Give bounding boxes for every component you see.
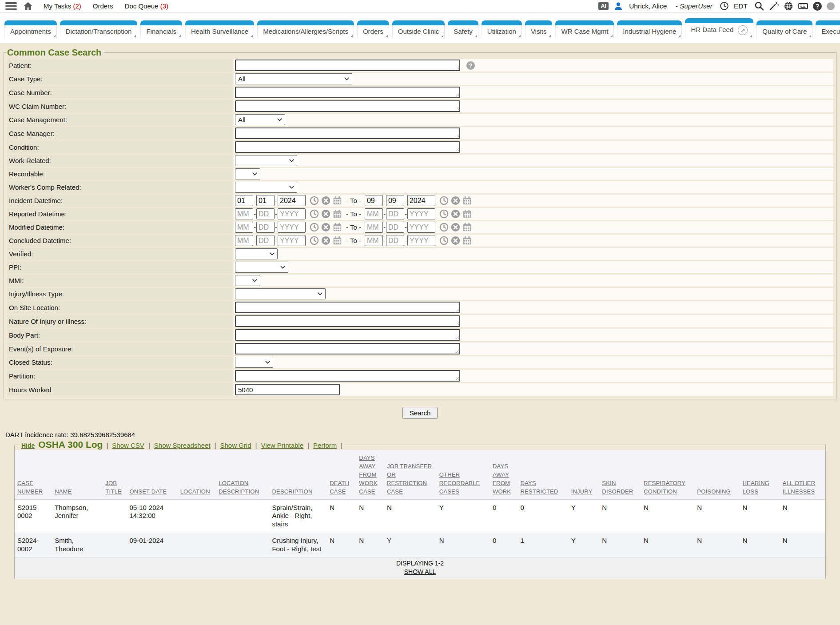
clock-icon[interactable] <box>439 209 449 219</box>
sort-link-skin-disorder[interactable]: SKIN DISORDER <box>602 480 633 495</box>
clock-icon[interactable] <box>310 223 319 232</box>
tab-safety[interactable]: Safety <box>448 20 478 38</box>
calendar-icon[interactable] <box>462 236 472 245</box>
calendar-icon[interactable] <box>333 223 342 232</box>
sort-link-days-away-from-work[interactable]: DAYS AWAY FROM WORK <box>493 463 511 495</box>
date-yyyy-concluded-datetime-from[interactable] <box>278 235 306 246</box>
field-select-work-related[interactable] <box>235 155 297 166</box>
tab-utilization[interactable]: Utilization <box>482 20 522 38</box>
field-help-icon[interactable]: ? <box>466 61 475 70</box>
date-dd-concluded-datetime-to[interactable] <box>386 235 404 246</box>
date-dd-reported-datetime-from[interactable] <box>256 208 275 219</box>
hamburger-menu-icon[interactable] <box>5 2 17 10</box>
hide-link[interactable]: Hide <box>21 442 35 449</box>
tab-financials[interactable]: Financials <box>140 20 182 38</box>
tab-visits[interactable]: Visits <box>525 20 553 38</box>
keyboard-icon[interactable] <box>798 1 808 11</box>
date-yyyy-reported-datetime-from[interactable] <box>278 208 306 219</box>
tab-appointments[interactable]: Appointments <box>4 20 57 38</box>
sort-link-all-other-illnesses[interactable]: ALL OTHER ILLNESSES <box>783 480 816 495</box>
link-perform[interactable]: Perform <box>313 442 337 449</box>
search-button[interactable]: Search <box>402 407 438 419</box>
clear-icon[interactable] <box>451 223 460 232</box>
sort-link-case-number[interactable]: CASE NUMBER <box>17 480 43 495</box>
tab-executive[interactable]: Executive <box>816 20 840 38</box>
calendar-icon[interactable] <box>333 196 342 205</box>
tab-hr-data-feed[interactable]: HR Data Feed↗ <box>685 18 753 38</box>
clear-icon[interactable] <box>321 236 330 245</box>
field-input-patient[interactable] <box>235 60 460 71</box>
clear-icon[interactable] <box>451 236 460 245</box>
clock-icon[interactable] <box>310 196 319 205</box>
tab-wr-case-mgmt[interactable]: WR Case Mgmt <box>555 20 614 38</box>
tab-medications-allergies-scripts[interactable]: Medications/Allergies/Scripts <box>257 20 354 38</box>
clear-icon[interactable] <box>321 223 330 232</box>
clock-icon[interactable] <box>439 236 449 245</box>
date-mm-incident-datetime-from[interactable] <box>235 195 253 206</box>
tab-quality-of-care[interactable]: Quality of Care <box>756 20 812 38</box>
link-show-csv[interactable]: Show CSV <box>112 442 144 449</box>
date-mm-concluded-datetime-to[interactable] <box>365 235 383 246</box>
sort-link-death-case[interactable]: DEATH CASE <box>330 480 349 495</box>
date-mm-incident-datetime-to[interactable] <box>365 195 383 206</box>
date-mm-modified-datetime-from[interactable] <box>235 222 253 233</box>
tab-orders[interactable]: Orders <box>357 20 389 38</box>
sort-link-other-recordable-cases[interactable]: OTHER RECORDABLE CASES <box>439 471 480 495</box>
search-icon[interactable] <box>754 1 764 11</box>
date-dd-incident-datetime-to[interactable] <box>386 195 404 206</box>
field-select-recordable[interactable] <box>235 168 260 179</box>
nav-item-orders[interactable]: Orders <box>93 2 113 10</box>
date-yyyy-concluded-datetime-to[interactable] <box>407 235 435 246</box>
calendar-icon[interactable] <box>462 223 472 232</box>
nav-item-doc-queue[interactable]: Doc Queue (3) <box>125 2 168 10</box>
sort-link-injury[interactable]: INJURY <box>571 488 593 495</box>
field-input-hours-worked[interactable] <box>235 384 340 395</box>
field-input-nature-of-injury-or-illness[interactable] <box>235 315 460 327</box>
table-row[interactable]: S2015-0002Thompson, Jennifer05-10-2024 1… <box>15 499 825 533</box>
field-select-mmi[interactable] <box>235 275 260 286</box>
tab-health-surveillance[interactable]: Health Surveillance <box>185 20 254 38</box>
sort-link-respiratory-condition[interactable]: RESPIRATORY CONDITION <box>644 480 685 495</box>
clear-icon[interactable] <box>451 209 460 219</box>
field-select-case-management[interactable]: All <box>235 114 285 125</box>
tab-dictation-transcription[interactable]: Dictation/Transcription <box>60 20 138 38</box>
clock-icon[interactable] <box>439 223 449 232</box>
field-select-case-type[interactable]: All <box>235 73 352 84</box>
field-select-injury-illness-type[interactable] <box>235 288 326 299</box>
sort-link-days-restricted[interactable]: DAYS RESTRICTED <box>520 480 558 495</box>
user-name[interactable]: Uhrick, Alice <box>629 2 667 10</box>
clear-icon[interactable] <box>321 196 330 205</box>
date-mm-modified-datetime-to[interactable] <box>365 222 383 233</box>
clear-icon[interactable] <box>321 209 330 219</box>
clear-icon[interactable] <box>451 196 460 205</box>
calendar-icon[interactable] <box>333 236 342 245</box>
date-dd-incident-datetime-from[interactable] <box>256 195 275 206</box>
calendar-icon[interactable] <box>462 209 472 219</box>
field-input-case-manager[interactable] <box>235 127 460 139</box>
field-input-on-site-location[interactable] <box>235 302 460 313</box>
link-view-printable[interactable]: View Printable <box>261 442 303 449</box>
date-dd-modified-datetime-from[interactable] <box>256 222 275 233</box>
date-yyyy-modified-datetime-from[interactable] <box>278 222 306 233</box>
calendar-icon[interactable] <box>462 196 472 205</box>
sort-link-hearing-loss[interactable]: HEARING LOSS <box>743 480 770 495</box>
nav-item-my-tasks[interactable]: My Tasks (2) <box>44 2 81 10</box>
date-mm-reported-datetime-to[interactable] <box>365 208 383 219</box>
field-select-verified[interactable] <box>235 248 278 259</box>
help-icon[interactable]: ? <box>813 2 822 11</box>
date-mm-concluded-datetime-from[interactable] <box>235 235 253 246</box>
field-select-closed-status[interactable] <box>235 357 273 368</box>
clock-icon[interactable] <box>439 196 449 205</box>
magic-wand-icon[interactable] <box>769 1 779 11</box>
field-select-workers-comp-related[interactable] <box>235 182 297 193</box>
clock-icon[interactable] <box>719 1 729 11</box>
home-icon[interactable] <box>23 1 33 11</box>
field-select-ppi[interactable] <box>235 262 288 273</box>
date-yyyy-reported-datetime-to[interactable] <box>407 208 435 219</box>
field-input-case-number[interactable] <box>235 87 460 98</box>
clock-icon[interactable] <box>310 209 319 219</box>
globe-icon[interactable] <box>784 1 793 11</box>
field-input-wc-claim-number[interactable] <box>235 100 460 112</box>
calendar-icon[interactable] <box>333 209 342 219</box>
date-yyyy-incident-datetime-to[interactable] <box>407 195 435 206</box>
